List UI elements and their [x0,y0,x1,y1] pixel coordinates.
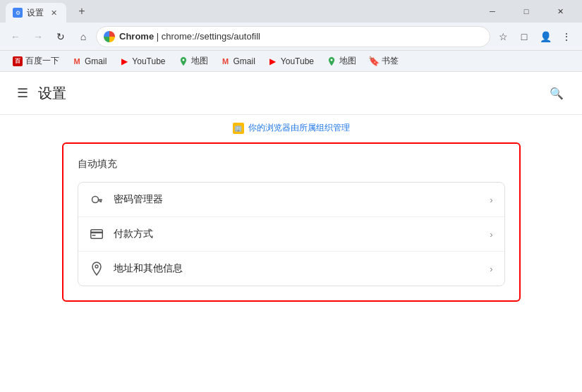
svg-rect-5 [99,201,100,202]
address-text: Chrome | chrome://settings/autofill [119,31,260,42]
bookmarks-bar: 百 百度一下 M Gmail ▶ YouTube 地图 M Gmail ▶ Yo… [0,51,582,72]
svg-rect-6 [90,230,102,239]
maps2-label: 地图 [339,55,356,67]
gmail1-icon: M [72,56,82,66]
baidu-icon: 百 [13,56,23,66]
forward-button[interactable]: → [28,27,48,47]
address-path: chrome://settings/autofill [162,31,260,42]
profile-button[interactable]: 👤 [535,27,555,47]
hamburger-menu[interactable]: ☰ [14,85,31,102]
bookmark-youtube2[interactable]: ▶ YouTube [262,55,320,68]
gmail2-label: Gmail [234,56,255,66]
svg-rect-3 [98,200,102,201]
reload-button[interactable]: ↻ [51,27,71,47]
youtube1-icon: ▶ [119,56,129,66]
youtube2-label: YouTube [281,56,314,66]
settings-title-area: ☰ 设置 [14,84,66,103]
settings-header: ☰ 设置 🔍 [0,72,582,115]
address-host: Chrome [119,31,154,42]
bookmarks-label: 书签 [382,55,399,67]
address-separator: | [157,31,162,42]
payment-arrow: › [490,229,492,240]
passwords-arrow: › [490,195,492,205]
search-settings-button[interactable]: 🔍 [545,82,568,104]
enterprise-icon: 🏢 [233,123,244,134]
navbar: ← → ↻ ⌂ Chrome | chrome://settings/autof… [0,23,582,51]
payment-label: 付款方式 [114,228,480,240]
close-button[interactable]: ✕ [544,0,576,23]
new-tab-button[interactable]: + [73,3,90,20]
window-controls: ─ □ ✕ [476,0,576,23]
location-icon [90,262,104,276]
titlebar: ⚙ 设置 ✕ + ─ □ ✕ [0,0,582,23]
autofill-card: 密码管理器 › 付款方式 › [78,182,505,286]
minimize-button[interactable]: ─ [476,0,509,23]
cast-button[interactable]: □ [514,27,534,47]
address-bar[interactable]: Chrome | chrome://settings/autofill [96,26,490,47]
youtube2-icon: ▶ [268,56,278,66]
autofill-section: 自动填充 密码管理器 › [62,142,521,302]
maps1-label: 地图 [191,55,208,67]
home-button[interactable]: ⌂ [73,27,93,47]
page-title: 设置 [38,84,66,103]
settings-content: 🏢 你的浏览器由所属组织管理 自动填充 密码管理器 [0,115,582,309]
address-label: 地址和其他信息 [114,262,480,275]
enterprise-notice[interactable]: 🏢 你的浏览器由所属组织管理 [14,122,568,134]
svg-point-9 [95,265,98,268]
site-icon [104,31,115,42]
settings-tab[interactable]: ⚙ 设置 ✕ [6,3,66,23]
menu-button[interactable]: ⋮ [557,27,576,47]
bookmark-maps1[interactable]: 地图 [173,54,214,68]
maximize-button[interactable]: □ [510,0,542,23]
autofill-title: 自动填充 [78,158,505,171]
key-icon [90,192,104,207]
tab-close-button[interactable]: ✕ [48,7,59,18]
svg-point-0 [182,59,184,61]
bookmark-baidu[interactable]: 百 百度一下 [7,54,65,68]
back-button[interactable]: ← [6,27,25,47]
maps1-icon [178,56,188,66]
maps2-icon [327,56,337,66]
bookmark-bookmarks[interactable]: 🔖 书签 [363,54,404,68]
titlebar-left: ⚙ 设置 ✕ + [6,1,90,21]
bookmark-youtube1[interactable]: ▶ YouTube [114,55,171,68]
bookmark-maps2[interactable]: 地图 [321,54,362,68]
bookmark-gmail2[interactable]: M Gmail [215,55,261,68]
tab-favicon: ⚙ [13,8,23,18]
passwords-item[interactable]: 密码管理器 › [78,183,504,217]
payment-item[interactable]: 付款方式 › [78,217,504,252]
book-icon: 🔖 [369,56,379,66]
svg-point-2 [92,197,98,203]
enterprise-text: 你的浏览器由所属组织管理 [248,122,350,134]
svg-point-1 [331,59,333,61]
youtube1-label: YouTube [132,56,165,66]
svg-rect-8 [92,235,95,236]
svg-rect-4 [100,201,102,203]
address-arrow: › [490,264,492,274]
bookmark-button[interactable]: ☆ [493,27,513,47]
bookmark-gmail1[interactable]: M Gmail [66,55,112,68]
nav-right-buttons: ☆ □ 👤 ⋮ [493,27,576,47]
gmail1-label: Gmail [85,56,107,66]
passwords-label: 密码管理器 [114,193,480,206]
baidu-label: 百度一下 [25,55,59,67]
svg-rect-7 [90,232,102,234]
page-content: ☰ 设置 🔍 🏢 你的浏览器由所属组织管理 自动填充 [0,72,582,392]
card-icon [90,227,104,241]
address-item[interactable]: 地址和其他信息 › [78,252,504,286]
gmail2-icon: M [221,56,231,66]
tab-label: 设置 [27,7,44,19]
